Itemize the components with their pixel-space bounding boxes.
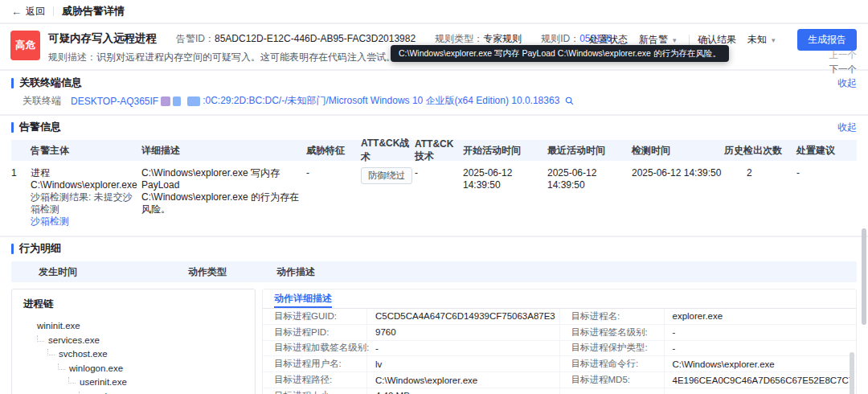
detail-row: 目标进程用户名:lv 目标进程命令行:C:\Windows\explorer.e… xyxy=(263,356,856,372)
kv-value: 4E196CEA0C9C46A7D656C67E52E8C7C7 xyxy=(665,376,857,385)
process-name: explorer.exe xyxy=(90,392,141,394)
kv-value: C5CD5CA4A647C6D14939CF75063A87E3 xyxy=(367,311,559,321)
detail-scrollbar[interactable] xyxy=(850,352,854,394)
subject-process: 进程 C:\Windows\explorer.exe xyxy=(31,167,141,191)
terminal-info-section: 关联终端信息 收起 关联终端 DESKTOP-AQ365IF :0C:29:2D… xyxy=(0,71,868,114)
pagination: 上一个 下一个 xyxy=(829,49,858,76)
rule-type-value: 专家规则 xyxy=(483,33,522,44)
tree-connector xyxy=(79,392,86,394)
kv-label: 目标进程路径: xyxy=(263,372,367,388)
tree-item[interactable]: wininit.exe xyxy=(37,319,255,334)
kv-label: 目标进程大小: xyxy=(263,388,367,394)
process-name: services.exe xyxy=(48,335,100,345)
kv-label: 目标进程用户名: xyxy=(263,356,367,371)
page-scrollbar[interactable] xyxy=(862,228,866,325)
terminal-link[interactable]: DESKTOP-AQ365IF :0C:29:2D:BC:DC/-/未知部门/M… xyxy=(71,94,574,108)
tree-connector xyxy=(47,349,55,355)
terminal-collapse-link[interactable]: 收起 xyxy=(837,76,857,90)
alert-subject-cell: 进程 C:\Windows\explorer.exe 沙箱检测结果: 未提交沙箱… xyxy=(31,167,141,228)
terminal-section-header: 关联终端信息 收起 xyxy=(0,75,868,91)
column-header: 处置建议 xyxy=(796,144,857,158)
behavior-panels: 进程链 wininit.exe services.exe svchost.exe… xyxy=(11,289,857,394)
confirm-result-select[interactable]: 未知 ▾ xyxy=(744,31,789,49)
kv-label: 目标进程加载签名级别: xyxy=(263,341,367,356)
column-header: 告警主体 xyxy=(31,144,141,158)
alert-table-row[interactable]: 1 进程 C:\Windows\explorer.exe 沙箱检测结果: 未提交… xyxy=(11,161,857,228)
confirm-result-value: 未知 xyxy=(747,33,767,47)
rule-type: 规则类型：专家规则 xyxy=(435,32,522,46)
action-detail-panel: 动作详细描述 目标进程GUID:C5CD5CA4A647C6D14939CF75… xyxy=(262,289,857,394)
tree-item[interactable]: svchost.exe xyxy=(47,347,255,362)
tree-item[interactable]: winlogon.exe xyxy=(58,362,255,376)
terminal-label: 关联终端 xyxy=(23,94,61,108)
process-name: winlogon.exe xyxy=(69,363,123,373)
rule-description-row: 规则描述：识别对远程进程内存空间的可疑写入。这可能表明存在代码注入尝试。 xyxy=(48,51,395,64)
sandbox-detect-link[interactable]: 沙箱检测 xyxy=(31,215,141,228)
behavior-section-header: 行为明细 xyxy=(0,240,868,257)
process-name: svchost.exe xyxy=(59,349,108,359)
page-title: 威胁告警详情 xyxy=(62,4,125,18)
detail-row: 目标进程GUID:C5CD5CA4A647C6D14939CF75063A87E… xyxy=(263,309,856,325)
alert-info-section-title: 告警信息 xyxy=(19,120,61,134)
kv-value: 9760 xyxy=(367,327,401,337)
next-alert-link[interactable]: 下一个 xyxy=(829,64,858,76)
kv-value: 4.40 MB xyxy=(367,391,415,394)
terminal-section-title: 关联终端信息 xyxy=(19,76,82,90)
history-count-cell: 2 xyxy=(724,167,796,179)
start-time-cell: 2025-06-12 14:39:50 xyxy=(463,167,547,191)
behavior-section-title: 行为明细 xyxy=(19,241,61,256)
row-index: 1 xyxy=(11,167,31,179)
column-header: 检测时间 xyxy=(632,144,724,158)
topbar: ← 返回 威胁告警详情 xyxy=(0,0,868,23)
kv-label: 目标进程签名级别: xyxy=(560,325,665,340)
generate-report-button[interactable]: 生成报告 xyxy=(797,29,857,51)
back-arrow-icon: ← xyxy=(11,6,22,18)
column-header: 历史检出次数 xyxy=(724,144,796,158)
tree-connector xyxy=(68,377,76,384)
alert-id: 告警ID：85ADC12D-E12C-446D-AB95-FAC3D201398… xyxy=(176,32,416,46)
redacted-block xyxy=(187,96,200,106)
kv-value: - xyxy=(367,343,383,353)
back-label: 返回 xyxy=(26,5,45,18)
kv-label: 目标进程命令行: xyxy=(560,356,665,371)
detail-kv-grid: 目标进程GUID:C5CD5CA4A647C6D14939CF75063A87E… xyxy=(263,309,856,394)
tree-connector xyxy=(37,335,44,342)
section-accent-bar xyxy=(11,78,14,88)
kv-value: - xyxy=(665,343,681,353)
kv-label: 目标进程GUID: xyxy=(263,309,367,324)
detail-row: 目标进程加载签名级别:- 目标进程保护类型:- xyxy=(263,341,856,357)
previous-alert-link[interactable]: 上一个 xyxy=(829,49,858,61)
process-name: wininit.exe xyxy=(37,321,80,330)
process-chain-title: 进程链 xyxy=(23,298,255,311)
detail-tab-bar: 动作详细描述 xyxy=(263,289,856,309)
tree-item[interactable]: userinit.exe xyxy=(68,376,255,390)
kv-label xyxy=(560,388,665,394)
kv-label: 目标进程PID: xyxy=(263,325,367,340)
behavior-tooltip: C:\Windows\explorer.exe 写内存 PayLoad C:\W… xyxy=(391,45,729,62)
redacted-block xyxy=(173,96,181,106)
alert-title: 可疑内存写入远程进程 xyxy=(48,31,157,46)
kv-label: 目标进程名: xyxy=(560,309,665,324)
alert-info-collapse-link[interactable]: 收起 xyxy=(837,121,857,134)
column-header: 最近活动时间 xyxy=(547,144,632,158)
section-accent-bar xyxy=(11,244,14,254)
terminal-hostname: DESKTOP-AQ365IF xyxy=(71,96,158,107)
chevron-down-icon: ▾ xyxy=(673,36,677,44)
tab-action-detail[interactable]: 动作详细描述 xyxy=(274,289,332,308)
tree-connector xyxy=(58,363,65,370)
advice-cell: - xyxy=(796,167,857,179)
search-icon[interactable] xyxy=(565,96,574,105)
tree-item[interactable]: explorer.exe xyxy=(79,390,255,394)
redacted-block xyxy=(161,96,170,106)
rule-desc-value: 识别对远程进程内存空间的可疑写入。这可能表明存在代码注入尝试。 xyxy=(96,51,395,63)
sandbox-result: 沙箱检测结果: 未提交沙箱检测 xyxy=(31,191,141,215)
divider xyxy=(53,6,54,16)
back-button[interactable]: ← 返回 xyxy=(11,5,45,18)
tactic-tag[interactable]: 防御绕过 xyxy=(361,167,412,184)
column-header: ATT&CK战术 xyxy=(361,137,415,164)
behavior-table-header: 发生时间 动作类型 动作描述 xyxy=(11,261,857,282)
column-header: 威胁特征 xyxy=(306,144,361,158)
detail-row: 目标进程大小:4.40 MB xyxy=(263,388,856,394)
alert-table-header: 告警主体 详细描述 威胁特征 ATT&CK战术 ATT&CK技术 开始活动时间 … xyxy=(11,140,857,161)
tree-item[interactable]: services.exe xyxy=(37,334,255,348)
